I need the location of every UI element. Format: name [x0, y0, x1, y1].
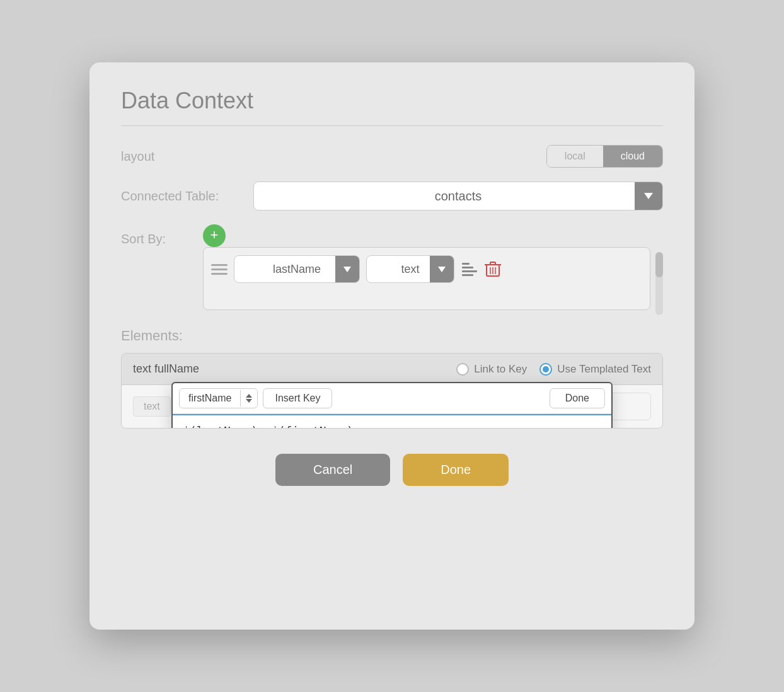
connected-table-value: contacts [254, 189, 662, 204]
svg-marker-0 [644, 193, 653, 199]
layout-toggle-group: local cloud [546, 145, 663, 168]
svg-rect-3 [462, 263, 470, 265]
svg-marker-13 [246, 394, 252, 398]
scrollbar-thumb [655, 252, 663, 277]
cancel-button[interactable]: Cancel [275, 454, 390, 486]
sort-add-button[interactable]: + [203, 224, 226, 247]
elements-body: text firstName [122, 384, 662, 428]
elements-header: text fullName Link to Key Use Templated … [122, 354, 662, 384]
connected-table-arrow[interactable] [635, 182, 662, 210]
connected-table-dropdown[interactable]: contacts [253, 182, 663, 210]
dialog-title: Data Context [121, 88, 663, 114]
sort-type-dropdown[interactable]: text [366, 255, 454, 283]
editor-done-button[interactable]: Done [550, 388, 605, 408]
radio-circle-templated [539, 363, 552, 376]
done-button[interactable]: Done [403, 454, 509, 486]
elements-section: text fullName Link to Key Use Templated … [121, 353, 663, 429]
hamburger-icon[interactable] [211, 264, 228, 275]
layout-row: layout local cloud [121, 145, 663, 168]
sort-by-row: Sort By: + lastName [121, 224, 663, 315]
key-selector-arrow[interactable] [240, 390, 257, 407]
key-selector[interactable]: firstName [179, 388, 258, 408]
sort-order-button[interactable] [461, 260, 478, 278]
sort-top-controls: + [203, 224, 650, 247]
sort-scrollbar[interactable] [655, 252, 663, 315]
radio-label-link: Link to Key [474, 363, 527, 376]
chevron-up-icon [246, 394, 252, 398]
sort-by-label: Sort By: [121, 224, 203, 246]
sort-type-arrow[interactable] [430, 256, 454, 282]
chevron-down-icon [644, 193, 653, 199]
key-selector-text: firstName [180, 389, 240, 408]
dialog: Data Context layout local cloud Connecte… [89, 62, 695, 630]
plus-icon: + [210, 228, 219, 242]
connected-table-label: Connected Table: [121, 189, 247, 204]
editor-textarea[interactable] [173, 414, 611, 429]
radio-circle-link [456, 363, 469, 376]
footer-buttons: Cancel Done [121, 454, 663, 486]
svg-rect-6 [462, 274, 473, 276]
trash-icon [485, 260, 501, 278]
radio-label-templated: Use Templated Text [557, 363, 651, 376]
sort-item-row: lastName text [204, 248, 650, 291]
editor-popup: firstName Insert Key Done [171, 382, 613, 429]
chevron-down-icon [246, 399, 252, 403]
layout-label: layout [121, 149, 247, 164]
elements-label: Elements: [121, 328, 663, 344]
sort-content: + lastName [203, 224, 650, 310]
insert-key-button[interactable]: Insert Key [263, 388, 332, 408]
connected-table-row: Connected Table: contacts [121, 182, 663, 210]
svg-marker-1 [343, 267, 351, 272]
layout-cloud-button[interactable]: cloud [603, 146, 662, 167]
svg-rect-5 [462, 270, 477, 272]
sort-items-area: lastName text [203, 247, 650, 310]
chevron-down-icon [438, 267, 446, 272]
radio-link-to-key[interactable]: Link to Key [456, 363, 527, 376]
svg-marker-2 [438, 267, 446, 272]
sort-delete-button[interactable] [485, 260, 501, 278]
element-text-tag: text [133, 396, 171, 417]
radio-group: Link to Key Use Templated Text [456, 363, 651, 376]
element-name: text fullName [133, 362, 199, 376]
svg-marker-14 [246, 399, 252, 403]
radio-use-templated[interactable]: Use Templated Text [539, 363, 651, 376]
chevron-down-icon [343, 267, 351, 272]
editor-toolbar: firstName Insert Key Done [173, 383, 611, 414]
sort-order-icon [461, 260, 478, 278]
sort-field-dropdown[interactable]: lastName [234, 255, 360, 283]
layout-local-button[interactable]: local [547, 146, 603, 167]
svg-rect-4 [462, 267, 473, 268]
divider [121, 125, 663, 126]
sort-field-arrow[interactable] [335, 256, 359, 282]
